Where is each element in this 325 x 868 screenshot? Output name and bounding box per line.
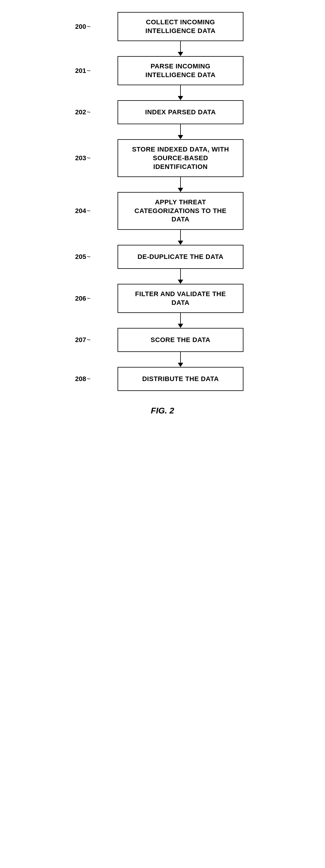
flow-box-203: STORE INDEXED DATA, WITH SOURCE-BASED ID…: [118, 139, 243, 177]
arrow-head-200: [178, 52, 183, 56]
step-tilde-206: ~: [87, 294, 91, 303]
flow-box-text-205: DE-DUPLICATE THE DATA: [138, 253, 224, 261]
arrow-head-202: [178, 135, 183, 139]
arrow-shape-204: [178, 230, 183, 245]
flow-box-text-206: FILTER AND VALIDATE THE DATA: [127, 290, 234, 307]
figure-label: FIG. 2: [151, 406, 174, 415]
box-area-206: FILTER AND VALIDATE THE DATA: [94, 284, 267, 313]
flow-box-text-202: INDEX PARSED DATA: [145, 108, 216, 117]
arrow-head-207: [178, 363, 183, 367]
step-label-area-202: 202~: [58, 108, 94, 116]
flow-item-207: 207~SCORE THE DATA: [58, 328, 267, 352]
arrow-line-202: [180, 124, 181, 135]
flow-item-208: 208~DISTRIBUTE THE DATA: [58, 367, 267, 391]
flow-box-text-207: SCORE THE DATA: [151, 336, 210, 344]
arrow-shape-206: [178, 313, 183, 328]
flow-box-text-204: APPLY THREAT CATEGORIZATIONS TO THE DATA: [127, 198, 234, 224]
flow-item-203: 203~STORE INDEXED DATA, WITH SOURCE-BASE…: [58, 139, 267, 177]
arrow-207: [58, 352, 267, 367]
step-label-area-203: 203~: [58, 154, 94, 162]
arrow-line-201: [180, 85, 181, 96]
flow-box-text-201: PARSE INCOMING INTELLIGENCE DATA: [127, 62, 234, 79]
arrow-shape-207: [178, 352, 183, 367]
step-tilde-207: ~: [87, 336, 91, 344]
arrow-202: [58, 124, 267, 139]
arrow-shape-201: [178, 85, 183, 100]
step-label-area-200: 200~: [58, 23, 94, 31]
arrow-200: [58, 41, 267, 56]
flow-box-201: PARSE INCOMING INTELLIGENCE DATA: [118, 56, 243, 85]
arrow-204: [58, 230, 267, 245]
flow-box-208: DISTRIBUTE THE DATA: [118, 367, 243, 391]
arrow-shape-200: [178, 41, 183, 56]
flow-item-200: 200~COLLECT INCOMING INTELLIGENCE DATA: [58, 12, 267, 41]
flow-box-200: COLLECT INCOMING INTELLIGENCE DATA: [118, 12, 243, 41]
arrow-206: [58, 313, 267, 328]
flow-box-text-203: STORE INDEXED DATA, WITH SOURCE-BASED ID…: [127, 145, 234, 171]
flow-diagram: 200~COLLECT INCOMING INTELLIGENCE DATA20…: [58, 12, 267, 415]
flow-box-204: APPLY THREAT CATEGORIZATIONS TO THE DATA: [118, 192, 243, 230]
step-label-area-205: 205~: [58, 253, 94, 261]
box-area-207: SCORE THE DATA: [94, 328, 267, 352]
arrow-205: [58, 269, 267, 284]
arrow-line-205: [180, 269, 181, 280]
step-number-205: 205: [75, 253, 86, 261]
step-tilde-200: ~: [87, 23, 91, 31]
step-tilde-208: ~: [87, 375, 91, 383]
box-area-208: DISTRIBUTE THE DATA: [94, 367, 267, 391]
box-area-201: PARSE INCOMING INTELLIGENCE DATA: [94, 56, 267, 85]
arrow-201: [58, 85, 267, 100]
step-label-area-204: 204~: [58, 207, 94, 215]
arrow-line-207: [180, 352, 181, 363]
flow-box-206: FILTER AND VALIDATE THE DATA: [118, 284, 243, 313]
arrow-shape-202: [178, 124, 183, 139]
step-number-200: 200: [75, 23, 86, 31]
step-number-206: 206: [75, 294, 86, 303]
arrow-shape-205: [178, 269, 183, 284]
step-tilde-204: ~: [87, 207, 91, 215]
step-number-201: 201: [75, 67, 86, 75]
step-label-area-207: 207~: [58, 336, 94, 344]
arrow-head-204: [178, 241, 183, 245]
flow-box-202: INDEX PARSED DATA: [118, 100, 243, 124]
step-number-208: 208: [75, 375, 86, 383]
flow-box-text-208: DISTRIBUTE THE DATA: [142, 375, 219, 383]
flow-item-204: 204~APPLY THREAT CATEGORIZATIONS TO THE …: [58, 192, 267, 230]
box-area-202: INDEX PARSED DATA: [94, 100, 267, 124]
step-label-area-206: 206~: [58, 294, 94, 303]
arrow-head-205: [178, 280, 183, 284]
arrow-shape-203: [178, 177, 183, 192]
step-label-area-208: 208~: [58, 375, 94, 383]
arrow-line-206: [180, 313, 181, 324]
arrow-line-203: [180, 177, 181, 188]
box-area-203: STORE INDEXED DATA, WITH SOURCE-BASED ID…: [94, 139, 267, 177]
flow-box-207: SCORE THE DATA: [118, 328, 243, 352]
step-tilde-202: ~: [87, 108, 91, 116]
step-number-203: 203: [75, 154, 86, 162]
step-label-area-201: 201~: [58, 67, 94, 75]
box-area-200: COLLECT INCOMING INTELLIGENCE DATA: [94, 12, 267, 41]
step-number-202: 202: [75, 108, 86, 116]
box-area-205: DE-DUPLICATE THE DATA: [94, 245, 267, 269]
arrow-line-200: [180, 41, 181, 52]
box-area-204: APPLY THREAT CATEGORIZATIONS TO THE DATA: [94, 192, 267, 230]
arrow-head-206: [178, 324, 183, 328]
arrow-line-204: [180, 230, 181, 241]
step-number-204: 204: [75, 207, 86, 215]
flow-item-201: 201~PARSE INCOMING INTELLIGENCE DATA: [58, 56, 267, 85]
flow-box-text-200: COLLECT INCOMING INTELLIGENCE DATA: [127, 18, 234, 35]
arrow-head-203: [178, 188, 183, 192]
step-tilde-201: ~: [87, 67, 91, 75]
flow-item-205: 205~DE-DUPLICATE THE DATA: [58, 245, 267, 269]
step-tilde-203: ~: [87, 154, 91, 162]
flow-box-205: DE-DUPLICATE THE DATA: [118, 245, 243, 269]
flow-item-202: 202~INDEX PARSED DATA: [58, 100, 267, 124]
flow-item-206: 206~FILTER AND VALIDATE THE DATA: [58, 284, 267, 313]
step-tilde-205: ~: [87, 253, 91, 261]
arrow-head-201: [178, 96, 183, 100]
arrow-203: [58, 177, 267, 192]
step-number-207: 207: [75, 336, 86, 344]
